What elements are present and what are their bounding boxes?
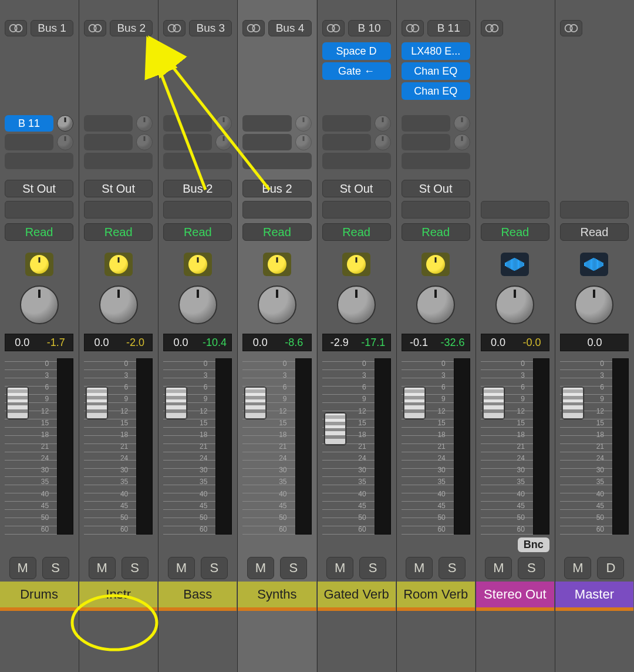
- fader-track[interactable]: [246, 358, 264, 535]
- group-slot[interactable]: [84, 201, 153, 219]
- stereo-icon[interactable]: [5, 20, 27, 36]
- waveform-icon[interactable]: [501, 253, 529, 276]
- output-slot[interactable]: St Out: [322, 180, 391, 197]
- fader-cap[interactable]: [403, 387, 426, 419]
- automation-mode-button[interactable]: Read: [322, 223, 391, 241]
- send-level-knob[interactable]: [295, 134, 312, 150]
- group-slot[interactable]: [163, 201, 232, 219]
- gain-knob[interactable]: [263, 253, 291, 276]
- stereo-icon[interactable]: [481, 20, 503, 36]
- send-slot-empty[interactable]: [322, 153, 391, 169]
- pan-knob[interactable]: [416, 285, 455, 324]
- mute-button[interactable]: M: [326, 557, 353, 579]
- stereo-icon[interactable]: [402, 20, 424, 36]
- insert-slot[interactable]: Gate ←: [322, 62, 391, 80]
- automation-mode-button[interactable]: Read: [242, 223, 311, 241]
- fader-cap[interactable]: [324, 412, 346, 445]
- input-bus-slot[interactable]: Bus 2: [110, 20, 153, 36]
- track-name[interactable]: Instr: [79, 582, 157, 607]
- send-level-knob[interactable]: [375, 115, 391, 132]
- automation-mode-button[interactable]: Read: [402, 223, 470, 241]
- send-level-knob[interactable]: [295, 115, 312, 132]
- send-level-knob[interactable]: [57, 134, 73, 150]
- bounce-badge[interactable]: Bnc: [518, 537, 549, 552]
- pan-knob[interactable]: [337, 285, 376, 324]
- channel-strip[interactable]: Bus 2 St OutRead0.0-2.0 0369121518212430…: [79, 0, 158, 672]
- gain-knob[interactable]: [104, 253, 133, 276]
- fader-track[interactable]: [8, 358, 26, 535]
- fader-track[interactable]: [484, 358, 502, 535]
- channel-strip[interactable]: B 10Space DGate ← St OutRead-2.9-17.1 03…: [317, 0, 396, 672]
- automation-mode-button[interactable]: Read: [481, 223, 549, 241]
- inserts-area[interactable]: [560, 42, 629, 112]
- send-slot-empty[interactable]: [163, 115, 212, 132]
- gain-knob[interactable]: [342, 253, 370, 276]
- send-level-knob[interactable]: [136, 115, 153, 132]
- send-slot-empty[interactable]: [242, 115, 291, 132]
- solo-button[interactable]: S: [280, 557, 307, 579]
- stereo-icon[interactable]: [163, 20, 186, 36]
- solo-button[interactable]: S: [122, 557, 149, 579]
- pan-knob[interactable]: [20, 285, 59, 324]
- solo-button[interactable]: S: [518, 557, 545, 579]
- stereo-icon[interactable]: [242, 20, 265, 36]
- mute-button[interactable]: M: [406, 557, 433, 579]
- fader-track[interactable]: [87, 358, 105, 535]
- track-name[interactable]: Gated Verb: [318, 582, 396, 607]
- send-slot-empty[interactable]: [402, 153, 470, 169]
- sends-area[interactable]: [402, 115, 470, 176]
- inserts-area[interactable]: [163, 42, 232, 112]
- send-slot-empty[interactable]: [242, 153, 311, 169]
- output-slot[interactable]: St Out: [402, 180, 470, 197]
- fader-cap[interactable]: [86, 387, 108, 419]
- fader-cap[interactable]: [165, 387, 187, 419]
- stereo-icon[interactable]: [84, 20, 106, 36]
- pan-knob[interactable]: [495, 285, 534, 324]
- fader-track[interactable]: [167, 358, 184, 535]
- automation-mode-button[interactable]: Read: [5, 223, 73, 241]
- inserts-area[interactable]: [84, 42, 153, 112]
- track-name[interactable]: Synths: [238, 582, 316, 607]
- waveform-icon[interactable]: [580, 253, 608, 276]
- channel-strip[interactable]: Read0.0-0.0 03691215182124303540455060 B…: [476, 0, 555, 672]
- fader-cap[interactable]: [483, 387, 505, 419]
- track-name[interactable]: Bass: [158, 582, 237, 607]
- insert-slot[interactable]: Chan EQ: [402, 82, 470, 100]
- insert-slot[interactable]: Chan EQ: [402, 62, 470, 80]
- track-name[interactable]: Master: [555, 582, 633, 607]
- mute-button[interactable]: M: [247, 557, 274, 579]
- output-slot[interactable]: Bus 2: [242, 180, 311, 197]
- sends-area[interactable]: [163, 115, 232, 176]
- send-level-knob[interactable]: [215, 134, 232, 150]
- send-slot-empty[interactable]: [5, 153, 73, 169]
- pan-knob[interactable]: [258, 285, 296, 324]
- input-bus-slot[interactable]: Bus 4: [268, 20, 311, 36]
- mute-button[interactable]: M: [9, 557, 36, 579]
- sends-area[interactable]: [242, 115, 311, 176]
- output-slot[interactable]: Bus 2: [163, 180, 232, 197]
- gain-knob[interactable]: [25, 253, 53, 276]
- send-slot-empty[interactable]: [402, 134, 450, 150]
- sends-area[interactable]: [84, 115, 153, 176]
- mute-button[interactable]: M: [89, 557, 116, 579]
- inserts-area[interactable]: [481, 42, 549, 112]
- group-slot[interactable]: [481, 201, 549, 219]
- send-slot[interactable]: B 11: [5, 115, 53, 132]
- group-slot[interactable]: [560, 201, 629, 219]
- send-slot-empty[interactable]: [163, 134, 212, 150]
- insert-slot[interactable]: Space D: [322, 42, 391, 60]
- send-slot-empty[interactable]: [5, 134, 53, 150]
- send-level-knob[interactable]: [136, 134, 153, 150]
- sends-area[interactable]: [560, 115, 629, 176]
- track-name[interactable]: Stereo Out: [476, 582, 554, 607]
- inserts-area[interactable]: [5, 42, 73, 112]
- group-slot[interactable]: [5, 201, 73, 219]
- group-slot[interactable]: [242, 201, 311, 219]
- sends-area[interactable]: [322, 115, 391, 176]
- fader-cap[interactable]: [6, 387, 29, 419]
- fader-track[interactable]: [326, 358, 343, 535]
- stereo-icon[interactable]: [322, 20, 345, 36]
- sends-area[interactable]: B 11: [5, 115, 73, 176]
- group-slot[interactable]: [402, 201, 470, 219]
- send-slot-empty[interactable]: [242, 134, 291, 150]
